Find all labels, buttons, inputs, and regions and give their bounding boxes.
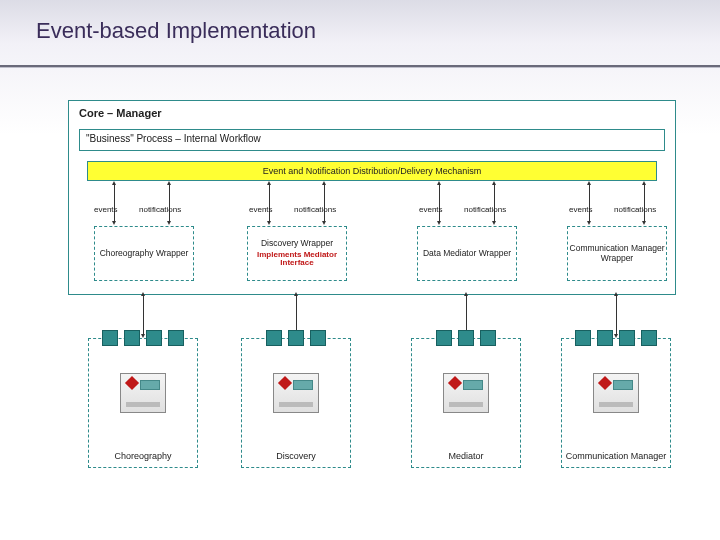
port-icon (480, 330, 496, 346)
wrapper-label: Data Mediator Wrapper (423, 249, 511, 258)
label-notifications: notifications (139, 205, 181, 214)
arrow-notifications (324, 185, 325, 221)
wrapper-label: Communication Manager Wrapper (568, 244, 666, 263)
wrapper-label: Choreography Wrapper (100, 249, 189, 258)
arrow-notifications (644, 185, 645, 221)
connector (466, 296, 467, 334)
port-icon (146, 330, 162, 346)
port-icon (619, 330, 635, 346)
wrapper-label: Discovery Wrapper (261, 239, 333, 248)
label-notifications: notifications (464, 205, 506, 214)
external-discovery: Discovery (241, 338, 351, 468)
port-icon (266, 330, 282, 346)
port-icon (436, 330, 452, 346)
arrow-events (269, 185, 270, 221)
arrow-notifications (494, 185, 495, 221)
implements-label: Implements Mediator Interface (248, 251, 346, 268)
ports (89, 330, 197, 346)
wrapper-choreography: Choreography Wrapper (94, 226, 194, 281)
diagram-canvas: Core – Manager "Business" Process – Inte… (68, 100, 676, 480)
port-icon (575, 330, 591, 346)
port-icon (102, 330, 118, 346)
arrow-notifications (169, 185, 170, 221)
label-events: events (569, 205, 593, 214)
port-icon (597, 330, 613, 346)
label-events: events (94, 205, 118, 214)
arrow-events (114, 185, 115, 221)
ports (562, 330, 670, 346)
port-icon (641, 330, 657, 346)
label-events: events (249, 205, 273, 214)
arrow-events (589, 185, 590, 221)
wrapper-discovery: Discovery Wrapper Implements Mediator In… (247, 226, 347, 281)
divider-shadow (0, 67, 720, 68)
port-icon (288, 330, 304, 346)
external-label: Mediator (412, 452, 520, 461)
wrapper-data-mediator: Data Mediator Wrapper (417, 226, 517, 281)
ports (242, 330, 350, 346)
component-icon (443, 373, 489, 413)
slide: Event-based Implementation Core – Manage… (0, 0, 720, 540)
page-title: Event-based Implementation (0, 0, 720, 54)
arrow-events (439, 185, 440, 221)
external-label: Choreography (89, 452, 197, 461)
external-label: Communication Manager (562, 452, 670, 461)
component-icon (120, 373, 166, 413)
port-icon (124, 330, 140, 346)
label-notifications: notifications (294, 205, 336, 214)
component-icon (593, 373, 639, 413)
external-communication-manager: Communication Manager (561, 338, 671, 468)
connector (616, 296, 617, 334)
event-mechanism-bar: Event and Notification Distribution/Deli… (87, 161, 657, 181)
component-icon (273, 373, 319, 413)
external-choreography: Choreography (88, 338, 198, 468)
core-title: Core – Manager (69, 101, 675, 121)
core-manager-box: Core – Manager "Business" Process – Inte… (68, 100, 676, 295)
external-mediator: Mediator (411, 338, 521, 468)
port-icon (168, 330, 184, 346)
port-icon (310, 330, 326, 346)
label-events: events (419, 205, 443, 214)
connector (296, 296, 297, 334)
external-label: Discovery (242, 452, 350, 461)
business-process-box: "Business" Process – Internal Workflow (79, 129, 665, 151)
port-icon (458, 330, 474, 346)
label-notifications: notifications (614, 205, 656, 214)
connector (143, 296, 144, 334)
ports (412, 330, 520, 346)
wrapper-communication-manager: Communication Manager Wrapper (567, 226, 667, 281)
